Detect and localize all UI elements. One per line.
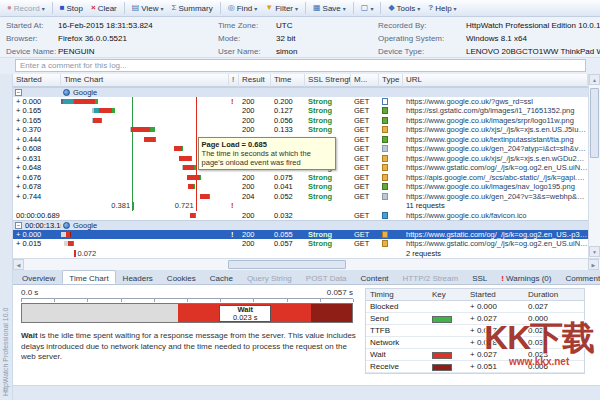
- page-group-row[interactable]: −Google: [13, 87, 588, 97]
- ssl-cell: Strong: [305, 116, 351, 126]
- summary-row[interactable]: 0.0722 requests: [13, 249, 588, 259]
- timing-row: Receive+ 0.0510.006: [366, 361, 584, 373]
- toolbar-separator: [52, 2, 53, 14]
- request-row[interactable]: + 0.1652000.127StrongGEThttps://ssl.gsta…: [13, 106, 588, 116]
- scroll-right-icon[interactable]: ▶: [588, 259, 599, 270]
- method-cell: GET: [351, 106, 379, 116]
- tab-cache[interactable]: Cache: [203, 270, 240, 284]
- vertical-scroll-thumb[interactable]: [590, 88, 599, 158]
- tab-comment[interactable]: Comment: [558, 270, 600, 284]
- type-cell: [379, 211, 403, 221]
- started-cell: 00:00:00.689: [13, 211, 61, 221]
- time-bar-segment: [174, 146, 182, 151]
- url-cell: https://www.gstatic.com/og/_/js/k=og.og2…: [403, 163, 588, 173]
- clear-icon: ×: [91, 4, 96, 12]
- find-button[interactable]: ◎Find▾: [224, 1, 262, 15]
- help-icon: ?: [428, 4, 433, 12]
- method-cell: GET: [351, 192, 379, 202]
- marker-label: 0.072: [77, 249, 107, 259]
- type-cell: [379, 97, 403, 107]
- type-cell: [379, 182, 403, 192]
- request-row[interactable]: + 0.6762000.075StrongGEThttps://apis.goo…: [13, 173, 588, 183]
- view-label: View: [141, 4, 158, 13]
- timing-header-key: Key: [428, 289, 466, 300]
- comment-input[interactable]: [15, 59, 586, 72]
- request-row[interactable]: + 0.000!2000.200StrongGEThttps://www.goo…: [13, 97, 588, 107]
- timing-key: [428, 361, 466, 372]
- summary-button[interactable]: ΣSummary: [168, 1, 217, 15]
- save-button[interactable]: ▦Save▾: [309, 1, 350, 15]
- tab-post-data[interactable]: POST Data: [299, 270, 354, 284]
- page-group-row[interactable]: −00:00:13.162Google: [13, 220, 588, 230]
- tab-query-string[interactable]: Query String: [240, 270, 299, 284]
- column-header-chart[interactable]: Time Chart: [61, 74, 229, 87]
- request-row[interactable]: + 0.0152000.057StrongGEThttps://www.gsta…: [13, 239, 588, 249]
- horizontal-scroll-thumb[interactable]: [228, 260, 346, 269]
- column-header-type[interactable]: Type: [379, 74, 403, 87]
- method-cell: GET: [351, 239, 379, 249]
- column-header-time[interactable]: Time: [271, 74, 305, 87]
- timing-row: Blocked+ 0.0000.027: [366, 301, 584, 313]
- tab-warnings-0-[interactable]: !Warnings (0): [494, 270, 558, 284]
- horizontal-scrollbar[interactable]: ◀ ▶: [13, 258, 600, 270]
- ruler-tick: [320, 299, 321, 302]
- request-row[interactable]: + 0.3702000.133StrongGEThttps://www.goog…: [13, 125, 588, 135]
- script-type-icon: [382, 155, 388, 162]
- collapse-icon[interactable]: −: [15, 89, 22, 96]
- column-header-result[interactable]: Result: [239, 74, 271, 87]
- record-button[interactable]: ●Record▾: [3, 1, 49, 15]
- time-bar-segment: [194, 165, 195, 170]
- vertical-scrollbar[interactable]: ▲ ▼: [588, 74, 600, 258]
- tab-content[interactable]: Content: [354, 270, 396, 284]
- clear-button[interactable]: ×Clear: [87, 1, 121, 15]
- tab-time-chart[interactable]: Time Chart: [62, 270, 115, 284]
- request-row[interactable]: + 0.7442040.052StrongGEThttps://www.goog…: [13, 192, 588, 202]
- timing-header-timing: Timing: [366, 289, 428, 300]
- detail-segment-receive: [311, 304, 352, 322]
- tab-http-2-stream[interactable]: HTTP/2 Stream: [396, 270, 466, 284]
- scroll-down-icon[interactable]: ▼: [589, 246, 600, 257]
- time-bar-segment: [74, 99, 94, 104]
- globe-icon: [63, 222, 70, 229]
- view-button[interactable]: ▤View▾: [128, 1, 168, 15]
- render-start-line: [132, 97, 133, 211]
- tools-button[interactable]: ◆Tools▾: [384, 1, 424, 15]
- scroll-left-icon[interactable]: ◀: [13, 259, 24, 270]
- url-cell: https://www.google.co.uk/gen_204?atyp=i&…: [403, 144, 588, 154]
- method-cell: GET: [351, 144, 379, 154]
- page-button[interactable]: ▢▾: [357, 1, 378, 15]
- tab-cookies[interactable]: Cookies: [160, 270, 203, 284]
- collapse-icon[interactable]: −: [15, 222, 22, 229]
- request-row[interactable]: + 0.6782000.041StrongGEThttps://www.goog…: [13, 182, 588, 192]
- request-row[interactable]: + 0.1652000.056StrongGEThttps://www.goog…: [13, 116, 588, 126]
- request-row[interactable]: 00:00:00.6892000.032GEThttps://www.googl…: [13, 211, 588, 221]
- column-header-ssl[interactable]: SSL Strength: [305, 74, 351, 87]
- ruler-tick: [353, 299, 354, 302]
- filter-button[interactable]: ▼Filter▾: [261, 1, 302, 15]
- image-type-icon: [382, 183, 388, 190]
- scroll-up-icon[interactable]: ▲: [589, 74, 600, 85]
- tab-overview[interactable]: Overview: [15, 270, 62, 284]
- url-cell: https://www.google.co.uk/images/nav_logo…: [403, 182, 588, 192]
- timing-started: + 0.027: [466, 325, 524, 336]
- tab-headers[interactable]: Headers: [116, 270, 160, 284]
- help-button[interactable]: ?Help▾: [424, 1, 460, 15]
- request-row[interactable]: + 0.000!2000.055StrongGEThttps://www.gst…: [13, 230, 588, 240]
- toolbar: ●Record▾■Stop×Clear▤View▾ΣSummary◎Find▾▼…: [0, 0, 600, 17]
- time-bar: [187, 175, 201, 180]
- summary-row[interactable]: 0.3810.721!11 requests: [13, 201, 588, 211]
- column-header-started[interactable]: Started: [13, 74, 61, 87]
- started-cell: + 0.165: [13, 116, 61, 126]
- image-type-icon: [382, 107, 388, 114]
- marker-label: 0.381: [100, 201, 130, 211]
- column-header-warn[interactable]: !: [229, 74, 239, 87]
- script-type-icon: [382, 174, 388, 181]
- stop-button[interactable]: ■Stop: [56, 1, 87, 15]
- time-cell: 0.032: [271, 211, 305, 221]
- chevron-down-icon: ▾: [42, 5, 45, 12]
- tab-ssl[interactable]: SSL: [465, 270, 494, 284]
- timing-started: + 0.028: [466, 337, 524, 348]
- time-bar-segment: [209, 194, 210, 199]
- column-header-method[interactable]: M...: [351, 74, 379, 87]
- column-header-url[interactable]: URL: [403, 74, 588, 87]
